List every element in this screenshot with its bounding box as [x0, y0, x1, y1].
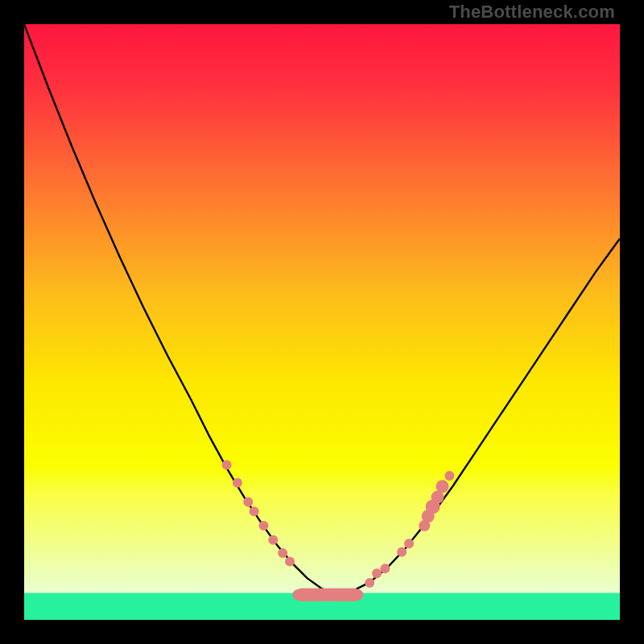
sample-point	[352, 589, 363, 601]
sample-point	[292, 589, 303, 601]
sample-point	[397, 547, 407, 557]
sample-point	[250, 506, 259, 516]
pale-band	[24, 489, 620, 593]
sample-point	[278, 548, 287, 558]
sample-point	[365, 578, 374, 588]
sample-point	[258, 521, 268, 530]
sample-point	[380, 564, 390, 573]
sample-point	[444, 471, 454, 481]
sample-point	[341, 589, 352, 601]
sample-point	[328, 588, 341, 601]
sample-point	[222, 460, 232, 470]
sample-point	[243, 497, 253, 506]
sample-point	[436, 480, 448, 493]
sample-point	[233, 478, 242, 488]
bottleneck-chart	[24, 24, 620, 620]
chart-frame	[24, 24, 620, 620]
sample-point	[316, 588, 328, 601]
sample-point	[304, 589, 316, 601]
sample-point	[268, 535, 278, 545]
sample-point	[372, 568, 382, 578]
sample-point	[285, 556, 295, 566]
sample-point	[404, 539, 414, 548]
watermark-text: TheBottleneck.com	[449, 2, 615, 23]
